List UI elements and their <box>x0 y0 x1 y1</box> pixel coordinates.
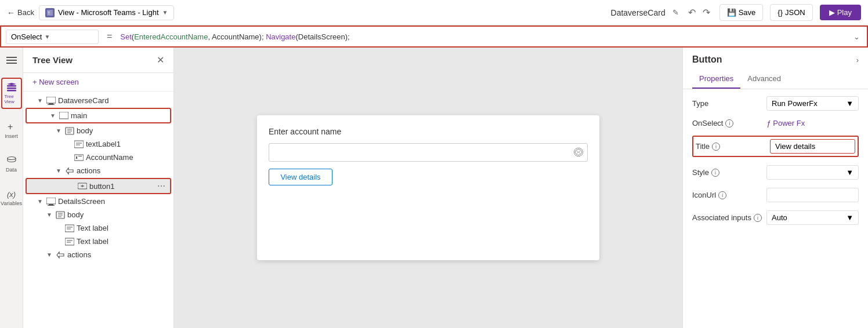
iconurl-input[interactable] <box>766 188 859 202</box>
tree-item-text-label-1[interactable]: ▼ Text label <box>23 221 173 235</box>
tree-close-button[interactable]: ✕ <box>157 54 164 65</box>
label-icon <box>65 224 74 232</box>
title-input[interactable] <box>770 139 855 154</box>
card-input-field[interactable] <box>269 143 588 162</box>
insert-nav-label: Insert <box>5 133 18 139</box>
screen-icon <box>46 97 56 105</box>
container-icon <box>59 112 68 120</box>
tree-item-details-screen[interactable]: ▼ DetailsScreen <box>23 195 173 208</box>
prop-value-onselect[interactable]: ƒ Power Fx <box>766 119 859 127</box>
sidebar-item-variables[interactable]: (x) Variables <box>1 185 22 210</box>
chevron-expanded-icon: ▼ <box>56 127 63 134</box>
edit-icon[interactable]: ✎ <box>672 8 679 17</box>
tree-view-nav-label: Tree View <box>5 94 19 104</box>
type-chevron-icon: ▼ <box>846 99 853 108</box>
tree-item-body-2[interactable]: ▼ body <box>23 208 173 221</box>
save-button[interactable]: 💾 Save <box>719 4 764 21</box>
tab-properties[interactable]: Properties <box>692 70 740 89</box>
prop-label-onselect: OnSelect i <box>692 119 762 127</box>
top-bar-right: DataverseCard ✎ ↶ ↷ 💾 Save {} JSON ▶ Pla… <box>611 4 861 21</box>
associated-inputs-select[interactable]: Auto ▼ <box>766 210 859 225</box>
prop-label-title: Title i <box>696 142 765 151</box>
json-braces-icon: {} <box>777 8 783 17</box>
view-tab-label: View - Microsoft Teams - Light <box>58 8 159 17</box>
tree-item-button1[interactable]: ▼ button1 ⋯ <box>26 178 171 194</box>
prop-label-iconurl: IconUrl i <box>692 191 762 199</box>
tree-item-dataverse-card[interactable]: ▼ DataverseCard <box>23 94 173 107</box>
back-arrow-icon: ← <box>7 8 15 17</box>
tree-item-label: Text label <box>77 237 108 246</box>
svg-rect-9 <box>46 97 56 103</box>
right-panel-content: Type Run PowerFx ▼ OnSelect i ƒ Power F <box>683 89 868 232</box>
tree-item-label: button1 <box>89 182 114 191</box>
view-tab-chevron-icon: ▼ <box>162 9 168 16</box>
svg-rect-20 <box>74 155 84 161</box>
svg-rect-3 <box>7 88 16 89</box>
formula-keyword-set: Set <box>120 32 132 41</box>
sidebar-item-tree-view[interactable]: Tree View <box>1 78 22 109</box>
tree-item-label: body <box>77 126 93 135</box>
tree-panel: Tree View ✕ + New screen ▼ DataverseCard… <box>23 48 174 328</box>
tree-header: Tree View ✕ <box>23 48 173 73</box>
hamburger-menu[interactable] <box>2 52 21 68</box>
tree-item-label: actions <box>67 250 91 259</box>
sidebar-item-data[interactable]: Data <box>1 152 22 176</box>
tree-item-label: main <box>71 111 87 120</box>
prop-value-iconurl <box>766 188 859 202</box>
tree-item-ellipsis[interactable]: ⋯ <box>157 181 165 191</box>
formula-param1: EnteredAccountName <box>134 32 208 41</box>
canvas-area: Enter account name ⨷ View details <box>174 48 682 328</box>
undo-button[interactable]: ↶ <box>686 5 698 20</box>
tree-item-accountname[interactable]: ▼ AccountName <box>23 151 173 164</box>
right-panel-collapse-icon[interactable]: › <box>856 56 859 64</box>
tree-item-actions-2[interactable]: ▼ actions <box>23 248 173 261</box>
property-selector[interactable]: OnSelect ▼ <box>6 30 99 44</box>
type-select[interactable]: Run PowerFx ▼ <box>766 96 859 111</box>
formula-expand-icon[interactable]: ⌄ <box>851 32 862 41</box>
tree-item-body-1[interactable]: ▼ body <box>23 124 173 137</box>
actions-icon <box>65 167 74 175</box>
redo-button[interactable]: ↷ <box>700 5 713 20</box>
prop-value-associated-inputs: Auto ▼ <box>766 210 859 225</box>
view-tab[interactable]: T View - Microsoft Teams - Light ▼ <box>39 5 175 20</box>
formula-content[interactable]: Set(EnteredAccountName, AccountName); Na… <box>120 32 847 41</box>
sidebar-item-insert[interactable]: + Insert <box>1 118 22 143</box>
formula-param2: AccountName <box>212 32 259 41</box>
tree-item-text-label-2[interactable]: ▼ Text label <box>23 235 173 248</box>
tab-advanced[interactable]: Advanced <box>740 70 788 89</box>
tree-item-main[interactable]: ▼ main <box>26 108 171 123</box>
svg-rect-17 <box>74 141 84 148</box>
back-button[interactable]: ← Back <box>7 8 34 17</box>
title-info-icon: i <box>712 143 720 151</box>
top-bar: ← Back T View - Microsoft Teams - Light … <box>0 0 868 25</box>
onselect-value-text: Power Fx <box>773 119 805 127</box>
tree-item-label: DetailsScreen <box>58 197 105 206</box>
type-label-text: Type <box>692 99 708 108</box>
prop-row-associated-inputs: Associated inputs i Auto ▼ <box>692 210 859 225</box>
save-icon: 💾 <box>727 8 736 17</box>
teams-icon: T <box>45 8 55 17</box>
formula-paren-close: ); <box>259 32 266 41</box>
view-details-label: View details <box>280 173 320 181</box>
right-panel-header: Button › <box>683 48 868 65</box>
json-button[interactable]: {} JSON <box>770 4 812 21</box>
data-nav-label: Data <box>6 167 17 173</box>
card-input-clear-icon[interactable]: ⨷ <box>574 147 583 158</box>
chevron-expanded-icon: ▼ <box>56 167 63 174</box>
svg-marker-24 <box>66 168 73 174</box>
svg-text:T: T <box>48 11 50 15</box>
play-icon: ▶ <box>829 8 835 17</box>
tree-item-actions-1[interactable]: ▼ actions <box>23 164 173 177</box>
style-select[interactable]: ▼ <box>766 165 859 180</box>
view-details-button[interactable]: View details <box>269 169 332 185</box>
variables-icon: (x) <box>6 189 17 199</box>
button-icon <box>78 182 87 190</box>
prop-value-title <box>770 139 855 154</box>
main-area: Tree View + Insert Data (x) Variables Tr… <box>0 48 868 328</box>
svg-point-7 <box>8 157 16 160</box>
new-screen-button[interactable]: + New screen <box>23 73 173 92</box>
right-panel: Button › Properties Advanced Type Run Po… <box>682 48 868 328</box>
layers-icon <box>6 82 17 93</box>
tree-item-textlabel1[interactable]: ▼ textLabel1 <box>23 137 173 151</box>
play-button[interactable]: ▶ Play <box>820 5 861 20</box>
